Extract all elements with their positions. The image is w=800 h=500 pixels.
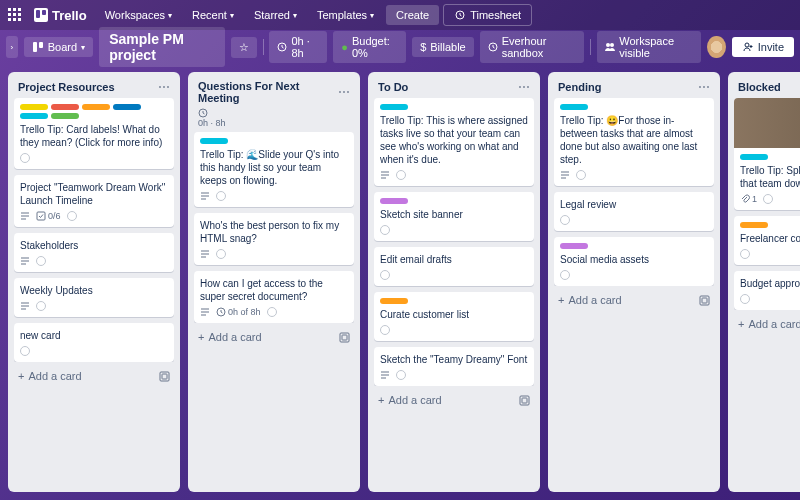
card[interactable]: Curate customer list: [374, 292, 534, 341]
card[interactable]: Trello Tip: 😀For those in-between tasks …: [554, 98, 714, 186]
timer-badge[interactable]: [216, 191, 226, 201]
list-title[interactable]: Blocked: [738, 81, 781, 93]
dot-icon: ●: [341, 41, 348, 53]
timer-badge[interactable]: [216, 249, 226, 259]
timer-badge[interactable]: [36, 301, 46, 311]
create-button[interactable]: Create: [386, 5, 439, 25]
card[interactable]: Legal review: [554, 192, 714, 231]
label[interactable]: [560, 243, 588, 249]
timer-badge[interactable]: [380, 325, 390, 335]
add-card-button[interactable]: +Add a card: [554, 290, 714, 310]
list-title[interactable]: Project Resources: [18, 81, 115, 93]
card[interactable]: Trello Tip: Splash heavy issues that tea…: [734, 98, 800, 210]
label[interactable]: [380, 198, 408, 204]
timer-badge[interactable]: [20, 346, 30, 356]
timer-badge[interactable]: [396, 170, 406, 180]
card-title: Trello Tip: This is where assigned tasks…: [380, 114, 528, 166]
timer-badge[interactable]: [36, 256, 46, 266]
trello-logo[interactable]: Trello: [28, 8, 93, 23]
card-title: Curate customer list: [380, 308, 528, 321]
template-icon[interactable]: [698, 294, 710, 306]
list-title[interactable]: Pending: [558, 81, 601, 93]
template-icon[interactable]: [518, 394, 530, 406]
card[interactable]: Who's the best person to fix my HTML sna…: [194, 213, 354, 265]
billable-pill[interactable]: $Billable: [412, 37, 474, 57]
list-title[interactable]: Questions For Next Meeting: [198, 80, 338, 104]
label[interactable]: [380, 298, 408, 304]
budget-pill[interactable]: ●Budget: 0%: [333, 31, 406, 63]
board-title[interactable]: Sample PM project: [99, 27, 224, 67]
apps-menu-icon[interactable]: [6, 6, 24, 24]
label[interactable]: [51, 104, 79, 110]
card[interactable]: Stakeholders: [14, 233, 174, 272]
chevron-down-icon: ▾: [168, 11, 172, 20]
nav-starred[interactable]: Starred▾: [246, 5, 305, 25]
timer-badge[interactable]: [740, 294, 750, 304]
timer-badge[interactable]: [267, 307, 277, 317]
nav-templates[interactable]: Templates▾: [309, 5, 382, 25]
card[interactable]: Trello Tip: This is where assigned tasks…: [374, 98, 534, 186]
card[interactable]: new card: [14, 323, 174, 362]
timer-badge[interactable]: [380, 270, 390, 280]
label[interactable]: [113, 104, 141, 110]
timer-badge[interactable]: [560, 270, 570, 280]
nav-recent[interactable]: Recent▾: [184, 5, 242, 25]
label[interactable]: [51, 113, 79, 119]
add-card-button[interactable]: +Add a card: [374, 390, 534, 410]
template-icon[interactable]: [158, 370, 170, 382]
label[interactable]: [560, 104, 588, 110]
star-icon: ☆: [239, 41, 249, 54]
timer-badge[interactable]: [763, 194, 773, 204]
label[interactable]: [200, 138, 228, 144]
card[interactable]: Project "Teamwork Dream Work" Launch Tim…: [14, 175, 174, 227]
label[interactable]: [380, 104, 408, 110]
list-title[interactable]: To Do: [378, 81, 408, 93]
svg-rect-27: [520, 396, 529, 405]
timer-badge[interactable]: [576, 170, 586, 180]
card[interactable]: Edit email drafts: [374, 247, 534, 286]
card[interactable]: Sketch the "Teamy Dreamy" Font: [374, 347, 534, 386]
card[interactable]: Budget approval: [734, 271, 800, 310]
visibility-button[interactable]: Workspace visible: [597, 31, 701, 63]
member-avatar[interactable]: [707, 36, 726, 58]
template-icon[interactable]: [338, 331, 350, 343]
add-card-button[interactable]: +Add a card: [734, 314, 800, 334]
label[interactable]: [20, 104, 48, 110]
list-menu-icon[interactable]: ⋯: [698, 80, 710, 94]
label[interactable]: [740, 154, 768, 160]
star-button[interactable]: ☆: [231, 37, 257, 58]
card[interactable]: Freelancer contra: [734, 216, 800, 265]
timer-badge[interactable]: [396, 370, 406, 380]
timer-badge[interactable]: [20, 153, 30, 163]
card[interactable]: How can I get access to the super secret…: [194, 271, 354, 323]
time-tracking-pill[interactable]: 0h · 8h: [269, 31, 327, 63]
list-menu-icon[interactable]: ⋯: [158, 80, 170, 94]
card[interactable]: Social media assets: [554, 237, 714, 286]
card[interactable]: Sketch site banner: [374, 192, 534, 241]
logo-text: Trello: [52, 8, 87, 23]
add-card-button[interactable]: +Add a card: [194, 327, 354, 347]
card[interactable]: Weekly Updates: [14, 278, 174, 317]
label[interactable]: [20, 113, 48, 119]
nav-workspaces[interactable]: Workspaces▾: [97, 5, 180, 25]
timer-badge[interactable]: [560, 215, 570, 225]
list-menu-icon[interactable]: ⋯: [338, 85, 350, 99]
timer-badge[interactable]: [67, 211, 77, 221]
card-labels: [560, 104, 708, 110]
board-view-button[interactable]: Board▾: [24, 37, 93, 57]
invite-button[interactable]: Invite: [732, 37, 794, 57]
svg-rect-25: [340, 333, 349, 342]
timer-badge[interactable]: [380, 225, 390, 235]
timesheet-button[interactable]: Timesheet: [443, 4, 532, 26]
card[interactable]: Trello Tip: Card labels! What do they me…: [14, 98, 174, 169]
card[interactable]: Trello Tip: 🌊Slide your Q's into this ha…: [194, 132, 354, 207]
list-menu-icon[interactable]: ⋯: [518, 80, 530, 94]
expand-sidebar-button[interactable]: ›: [6, 36, 18, 58]
add-card-button[interactable]: +Add a card: [14, 366, 174, 386]
checklist-badge: 0/6: [36, 211, 61, 221]
sandbox-pill[interactable]: Everhour sandbox: [480, 31, 585, 63]
card-labels: [560, 243, 708, 249]
label[interactable]: [82, 104, 110, 110]
label[interactable]: [740, 222, 768, 228]
timer-badge[interactable]: [740, 249, 750, 259]
